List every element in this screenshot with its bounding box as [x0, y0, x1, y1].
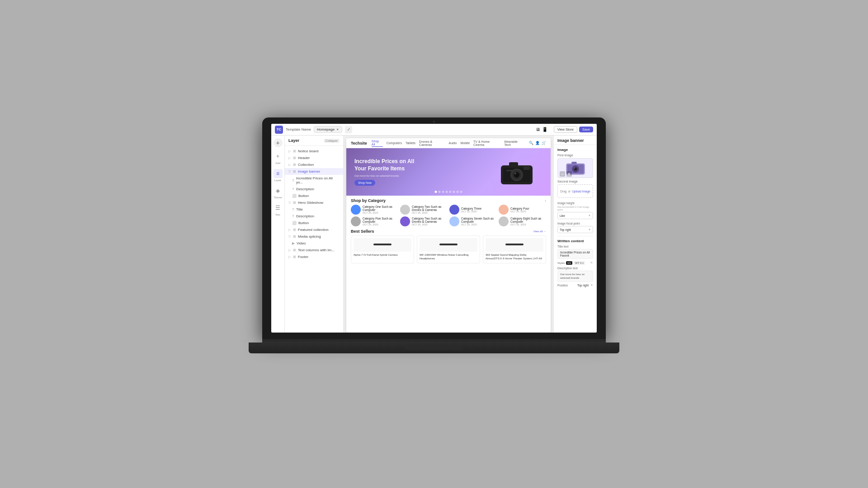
hero-dot-6[interactable]: [453, 191, 455, 193]
hero-title: Incredible Prices on All Your Favorite I…: [354, 158, 427, 172]
layer-item-label: Description: [296, 187, 314, 191]
hero-cta-button[interactable]: Shop Now: [354, 180, 375, 186]
ui-root: TC Template Name Homepage ▼ ⤢ 🖥 📱 View S…: [271, 124, 597, 333]
section-arrow-icon[interactable]: ›: [545, 199, 546, 203]
description-text-area[interactable]: Get more for less on selected brands: [557, 271, 593, 282]
category-item-6[interactable]: Category Two Such as Drones & Cameras OC…: [400, 216, 448, 226]
product-tag-3: [505, 244, 524, 245]
layer-slide-button[interactable]: ⬜ Button: [285, 220, 343, 226]
product-grid: Alpha 7 IV Full-frame hybrid Camera WF-1…: [351, 235, 546, 263]
user-icon[interactable]: 👤: [535, 141, 540, 145]
delete-icon[interactable]: 🗑: [566, 171, 572, 177]
collapse-button[interactable]: Collapse: [324, 139, 340, 143]
sidebar-item-layer[interactable]: ≡ Layer: [274, 169, 283, 182]
first-image-upload[interactable]: ✏ 🗑: [557, 158, 593, 178]
category-grid: Category One Such as Computer OCT 25, 20…: [346, 205, 551, 229]
layer-video[interactable]: ▶ Video: [285, 240, 343, 247]
close-style-icon[interactable]: ✕: [590, 261, 593, 265]
style-badge-wt[interactable]: WT 0.1: [574, 261, 585, 265]
product-card-2[interactable]: WF-1000XM4 Wireless Noise Cancelling Hea…: [417, 235, 480, 263]
category-count-5: OCT 25, 2025: [363, 223, 398, 226]
category-item-1[interactable]: Category One Such as Computer OCT 25, 20…: [351, 205, 398, 215]
nav-link-tv[interactable]: TV & Home Cinema: [473, 140, 500, 146]
save-button[interactable]: Save: [579, 127, 593, 132]
layer-hero-slideshow[interactable]: ▽ ⊞ Hero Slideshow: [285, 199, 343, 206]
expand-icon: ▷: [288, 163, 291, 167]
edit-icon[interactable]: ✏: [560, 171, 565, 177]
nav-link-drones[interactable]: Drones & Cameras: [419, 140, 445, 146]
style-badge-h1[interactable]: H1: [566, 261, 572, 265]
best-sellers-header: Best Sellers View all →: [351, 229, 546, 234]
category-item-7[interactable]: Category Seven Such as Computer OCT 25, …: [449, 216, 497, 226]
layer-item-label: Notice board: [298, 149, 318, 153]
desktop-icon[interactable]: 🖥: [536, 127, 540, 132]
nav-link-computers[interactable]: Computers: [387, 141, 402, 145]
second-image-upload[interactable]: Drag or Upload Image: [557, 184, 593, 198]
image-height-select[interactable]: Like ▼: [557, 212, 593, 219]
category-item-5[interactable]: Category Five Such as Computer OCT 25, 2…: [351, 216, 398, 226]
hero-dot-2[interactable]: [439, 191, 441, 193]
page-selector[interactable]: Homepage ▼: [314, 126, 342, 133]
layer-collection[interactable]: ▷ ⊞ Collection: [285, 161, 343, 168]
layer-featured-collection[interactable]: ▷ ⊞ Featured collection: [285, 226, 343, 233]
nav-link-wearable[interactable]: Wearable Tech: [504, 140, 524, 146]
nav-link-tablets[interactable]: Tablets: [406, 141, 415, 145]
sidebar-item-nav[interactable]: ☰ Nav: [274, 203, 283, 216]
product-card-1[interactable]: Alpha 7 IV Full-frame hybrid Camera: [351, 235, 414, 263]
hero-dot-5[interactable]: [449, 191, 452, 193]
layer-slide-title[interactable]: T Title: [285, 206, 343, 213]
category-item-3[interactable]: Category Three OCT 25, 2025: [449, 205, 497, 215]
layer-title-text[interactable]: T Incredible Prices on All yo...: [285, 175, 343, 186]
product-card-3[interactable]: 360 Spatial Sound Mapping Dolby Atmos/DT…: [483, 235, 546, 263]
hero-dot-7[interactable]: [457, 191, 459, 193]
image-section-label: Image: [557, 148, 593, 152]
svg-point-14: [574, 168, 575, 169]
hero-dot-1[interactable]: [435, 191, 437, 193]
right-panel-title: Image banner: [554, 136, 597, 145]
position-chevron-icon[interactable]: ▼: [590, 284, 593, 286]
layer-panel-title: Layer: [288, 138, 299, 143]
layer-media-splicing[interactable]: ▽ ⊞ Media splicing: [285, 233, 343, 240]
written-content-section: Written content Title text Incredible Pr…: [557, 236, 593, 287]
nav-link-mobile[interactable]: Mobile: [460, 141, 470, 145]
upload-image-link[interactable]: Upload Image: [572, 190, 590, 193]
layer-button[interactable]: ⬜ Button: [285, 192, 343, 199]
mobile-icon[interactable]: 📱: [542, 127, 547, 132]
layer-description[interactable]: T Description: [285, 186, 343, 192]
category-name-7: Category Seven Such as Computer: [461, 217, 497, 223]
layer-icon: ≡: [274, 169, 283, 178]
title-text-field[interactable]: Incredible Prices on All Favorit: [557, 249, 593, 259]
focal-point-label: Image focal point: [557, 222, 593, 225]
sidebar-item-add[interactable]: + Add: [274, 152, 283, 164]
category-item-8[interactable]: Category Eight Such as Computer OCT 25, …: [499, 216, 546, 226]
sidebar-item-theme[interactable]: ◈ Theme: [274, 186, 283, 199]
hero-dot-8[interactable]: [460, 191, 462, 193]
add-button[interactable]: +: [274, 138, 283, 147]
hero-dot-3[interactable]: [442, 191, 444, 193]
view-all-link[interactable]: View all →: [533, 230, 546, 233]
position-row: Position Top right ▼: [557, 284, 593, 287]
category-item-4[interactable]: Category Four OCT 25, 2025: [499, 205, 546, 215]
nav-link-shop-all[interactable]: Shop All: [372, 140, 383, 147]
view-store-button[interactable]: View Store: [554, 126, 577, 133]
nav-link-audio[interactable]: Audio: [449, 141, 457, 145]
layer-footer[interactable]: ▷ ⊞ Footer: [285, 253, 343, 260]
layer-header[interactable]: ▷ ⊞ Header: [285, 155, 343, 161]
layer-image-banner[interactable]: ▽ ⊞ Image banner: [285, 168, 343, 175]
product-tag-2: [439, 244, 458, 245]
hero-dot-4[interactable]: [446, 191, 448, 193]
image-upload-icons: ✏ 🗑: [560, 171, 572, 177]
icon-sidebar: + + Add ≡ Layer ◈ Theme: [271, 136, 285, 333]
layer-item-icon: ⊞: [293, 228, 296, 232]
category-info-8: Category Eight Such as Computer OCT 25, …: [510, 217, 546, 226]
focal-point-select[interactable]: Top right ▼: [557, 226, 593, 233]
external-link-icon[interactable]: ⤢: [345, 126, 352, 133]
category-circle-5: [351, 216, 361, 226]
category-circle-4: [499, 205, 509, 215]
category-item-2[interactable]: Category Two Such as Drones & Cameras OC…: [400, 205, 448, 215]
layer-slide-description[interactable]: T Description: [285, 213, 343, 220]
search-icon[interactable]: 🔍: [529, 141, 533, 145]
cart-icon[interactable]: 🛒: [542, 141, 546, 145]
layer-notice-board[interactable]: ▷ ⊞ Notice board: [285, 148, 343, 155]
layer-text-columns[interactable]: ▷ ⊞ Text columns with Im...: [285, 247, 343, 253]
